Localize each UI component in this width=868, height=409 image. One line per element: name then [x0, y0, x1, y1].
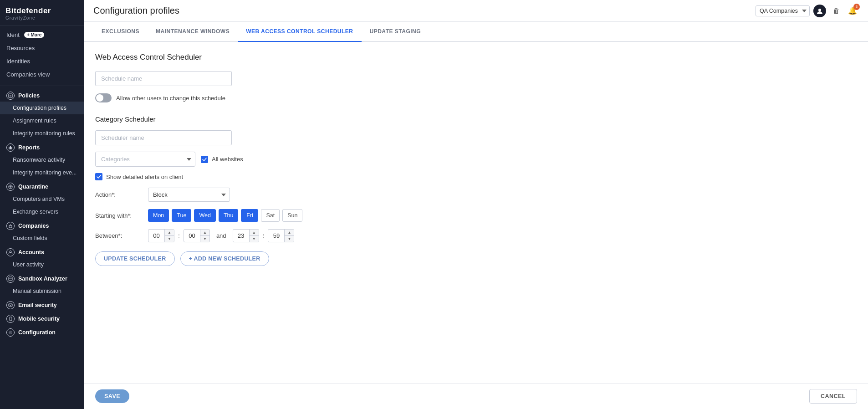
- tab-update-staging[interactable]: UPDATE STAGING: [362, 22, 429, 42]
- end-min-spinners: ▲ ▼: [285, 230, 294, 242]
- sidebar-group-policies-header[interactable]: Policies: [0, 88, 84, 102]
- end-min-down[interactable]: ▼: [285, 236, 294, 242]
- start-min-down[interactable]: ▼: [200, 236, 209, 242]
- bell-icon[interactable]: 🔔 3: [846, 5, 859, 17]
- notification-badge: 3: [853, 4, 860, 10]
- sidebar-group-quarantine-header[interactable]: Quarantine: [0, 179, 84, 193]
- colon-1: :: [177, 232, 181, 240]
- cancel-button[interactable]: CANCEL: [809, 389, 857, 404]
- sidebar-item-integrity-monitoring-eve[interactable]: Integrity monitoring eve...: [0, 166, 84, 179]
- end-hour-value: 23: [233, 230, 250, 242]
- sidebar-group-email-security-header[interactable]: Email security: [0, 297, 84, 311]
- sidebar-group-configuration-header[interactable]: Configuration: [0, 325, 84, 338]
- show-alerts-label: Show detailed alerts on client: [106, 174, 183, 180]
- sidebar-group-accounts-header[interactable]: Accounts: [0, 245, 84, 258]
- scheduler-name-input[interactable]: [95, 130, 232, 145]
- sidebar-item-custom-fields[interactable]: Custom fields: [0, 232, 84, 245]
- allow-toggle-row: Allow other users to change this schedul…: [95, 93, 857, 102]
- sidebar-group-quarantine: Quarantine Computers and VMs Exchange se…: [0, 179, 84, 218]
- more-badge[interactable]: + More: [24, 32, 45, 38]
- sandbox-icon: [6, 275, 15, 283]
- start-hour-up[interactable]: ▲: [165, 230, 174, 236]
- start-hour-down[interactable]: ▼: [165, 236, 174, 242]
- sidebar-item-exchange-servers[interactable]: Exchange servers: [0, 205, 84, 218]
- categories-select[interactable]: Categories: [95, 152, 195, 167]
- config-icon: [6, 328, 15, 337]
- sidebar-logo: Bitdefender GravityZone: [0, 0, 84, 26]
- category-scheduler-section: Category Scheduler Categories All websit…: [95, 115, 857, 266]
- starting-with-row: Starting with*: Mon Tue Wed Thu Fri Sat …: [95, 209, 857, 222]
- day-btn-thu[interactable]: Thu: [219, 209, 239, 222]
- day-buttons: Mon Tue Wed Thu Fri Sat Sun: [148, 209, 302, 222]
- add-scheduler-button[interactable]: + ADD NEW SCHEDULER: [180, 251, 269, 266]
- tab-web-access-control-scheduler[interactable]: WEB ACCESS CONTROL SCHEDULER: [238, 22, 361, 42]
- sidebar-group-sandbox: Sandbox Analyzer Manual submission: [0, 271, 84, 297]
- sidebar-group-accounts: Accounts User activity: [0, 245, 84, 271]
- day-btn-sat[interactable]: Sat: [261, 209, 280, 222]
- save-button[interactable]: SAVE: [95, 389, 129, 403]
- end-min-up[interactable]: ▲: [285, 230, 294, 236]
- policies-label: Policies: [18, 92, 40, 99]
- svg-rect-9: [9, 225, 12, 228]
- company-select[interactable]: QA Companies: [756, 5, 810, 16]
- sidebar-group-companies: Companies Custom fields: [0, 218, 84, 245]
- start-hour-value: 00: [148, 230, 165, 242]
- topbar: Configuration profiles QA Companies 🗑 🔔 …: [84, 0, 868, 22]
- show-alerts-checkbox[interactable]: [95, 173, 102, 180]
- svg-rect-0: [9, 94, 12, 97]
- action-select[interactable]: Block Allow Monitor: [148, 188, 230, 202]
- trash-icon[interactable]: 🗑: [830, 5, 842, 17]
- sidebar-group-companies-header[interactable]: Companies: [0, 218, 84, 232]
- identities-label: Identities: [6, 58, 30, 65]
- sidebar-item-computers-vms[interactable]: Computers and VMs: [0, 193, 84, 205]
- tab-exclusions[interactable]: EXCLUSIONS: [93, 22, 148, 42]
- start-min-spinners: ▲ ▼: [200, 230, 209, 242]
- brand-name: Bitdefender: [5, 6, 79, 15]
- mobile-icon: [6, 315, 15, 323]
- sidebar-item-manual-submission[interactable]: Manual submission: [0, 285, 84, 297]
- day-btn-tue[interactable]: Tue: [172, 209, 191, 222]
- tabs-bar: EXCLUSIONS MAINTENANCE WINDOWS WEB ACCES…: [84, 22, 868, 42]
- sidebar-item-ident[interactable]: Ident + More: [0, 28, 84, 41]
- section-title: Web Access Control Scheduler: [95, 53, 857, 62]
- sidebar-item-resources[interactable]: Resources: [0, 41, 84, 55]
- update-scheduler-button[interactable]: UPDATE SCHEDULER: [95, 251, 175, 266]
- sidebar-group-reports: Reports Ransomware activity Integrity mo…: [0, 140, 84, 179]
- sidebar-item-ransomware-activity[interactable]: Ransomware activity: [0, 153, 84, 166]
- svg-point-16: [10, 332, 11, 333]
- all-websites-checkbox[interactable]: [201, 156, 208, 163]
- day-btn-wed[interactable]: Wed: [194, 209, 215, 222]
- end-min-group: 59 ▲ ▼: [268, 229, 294, 242]
- svg-rect-3: [9, 147, 10, 149]
- end-hour-up[interactable]: ▲: [250, 230, 259, 236]
- companies-icon: [6, 222, 15, 230]
- schedule-name-input[interactable]: [95, 71, 232, 86]
- tab-maintenance-windows[interactable]: MAINTENANCE WINDOWS: [148, 22, 238, 42]
- sidebar-item-configuration-profiles[interactable]: Configuration profiles: [0, 102, 84, 114]
- sidebar-item-user-activity[interactable]: User activity: [0, 258, 84, 271]
- categories-row: Categories All websites: [95, 152, 857, 167]
- main-panel: Configuration profiles QA Companies 🗑 🔔 …: [84, 0, 868, 409]
- sidebar-item-companies-view[interactable]: Companies view: [0, 68, 84, 81]
- user-avatar-icon[interactable]: [813, 5, 826, 17]
- day-btn-sun[interactable]: Sun: [282, 209, 302, 222]
- companies-view-label: Companies view: [6, 71, 50, 78]
- svg-point-17: [818, 9, 821, 11]
- sidebar-group-mobile-security-header[interactable]: Mobile security: [0, 311, 84, 325]
- start-min-up[interactable]: ▲: [200, 230, 209, 236]
- sidebar-item-assignment-rules[interactable]: Assignment rules: [0, 114, 84, 127]
- sidebar-group-sandbox-header[interactable]: Sandbox Analyzer: [0, 271, 84, 285]
- end-hour-group: 23 ▲ ▼: [233, 229, 259, 242]
- page-content: Web Access Control Scheduler Allow other…: [84, 42, 868, 409]
- end-hour-down[interactable]: ▼: [250, 236, 259, 242]
- svg-rect-11: [9, 277, 12, 281]
- sidebar-item-integrity-monitoring-rules[interactable]: Integrity monitoring rules: [0, 127, 84, 140]
- allow-toggle[interactable]: [95, 93, 112, 102]
- day-btn-fri[interactable]: Fri: [241, 209, 258, 222]
- sidebar-group-reports-header[interactable]: Reports: [0, 140, 84, 153]
- quarantine-icon: [6, 183, 15, 191]
- sidebar: Bitdefender GravityZone Ident + More Res…: [0, 0, 84, 409]
- day-btn-mon[interactable]: Mon: [148, 209, 169, 222]
- sidebar-item-identities[interactable]: Identities: [0, 55, 84, 68]
- allow-toggle-label: Allow other users to change this schedul…: [116, 95, 225, 102]
